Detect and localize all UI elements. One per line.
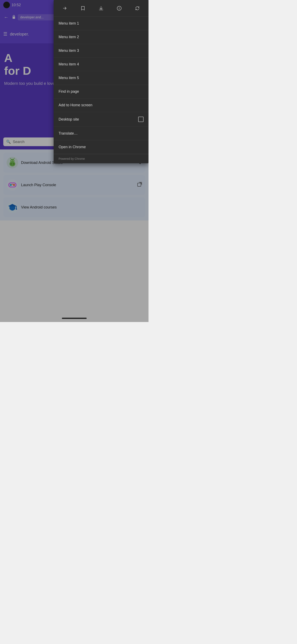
toolbar-download-button[interactable] — [96, 3, 106, 14]
menu-item-5[interactable]: Menu item 5 — [54, 71, 148, 85]
toolbar-info-button[interactable] — [114, 3, 125, 14]
menu-item-1[interactable]: Menu item 1 — [54, 17, 148, 30]
dropdown-menu: Menu item 1 Menu item 2 Menu item 3 Menu… — [54, 0, 148, 163]
menu-footer: Powered by Chrome — [54, 154, 148, 163]
open-in-chrome-item[interactable]: Open in Chrome — [54, 140, 148, 154]
toolbar-forward-button[interactable] — [59, 3, 70, 14]
desktop-site-item[interactable]: Desktop site — [54, 112, 148, 127]
add-to-home-screen-item[interactable]: Add to Home screen — [54, 98, 148, 112]
translate-item[interactable]: Translate… — [54, 127, 148, 140]
toolbar-refresh-button[interactable] — [132, 3, 143, 14]
menu-toolbar — [54, 0, 148, 17]
desktop-site-checkbox[interactable] — [138, 116, 144, 122]
find-in-page-item[interactable]: Find in page — [54, 85, 148, 98]
toolbar-bookmark-button[interactable] — [77, 3, 88, 14]
menu-item-2[interactable]: Menu item 2 — [54, 30, 148, 44]
menu-item-3[interactable]: Menu item 3 — [54, 44, 148, 58]
menu-item-4[interactable]: Menu item 4 — [54, 58, 148, 71]
